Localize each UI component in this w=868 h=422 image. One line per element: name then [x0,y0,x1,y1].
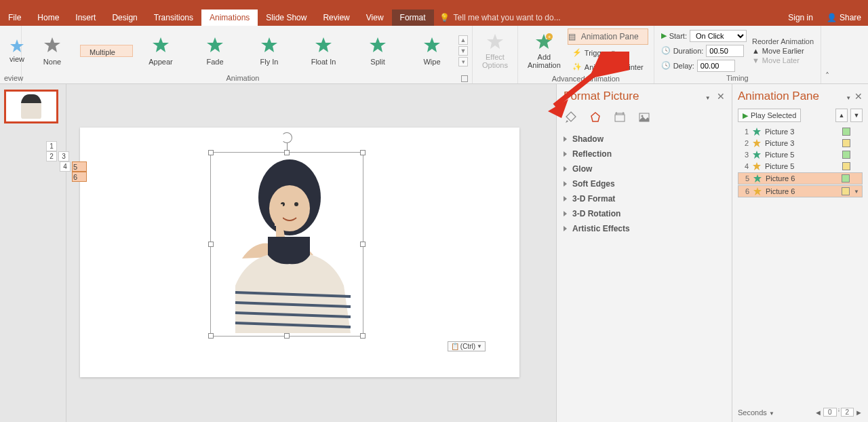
reorder-up-button[interactable]: ▲ [835,109,848,122]
anim-tag-6[interactable]: 6 [72,172,87,182]
anim-appear[interactable]: Appear [134,28,187,73]
effect-options-button: Effect Options [477,30,513,72]
collapse-ribbon[interactable]: ˄ [821,26,833,83]
animation-pane-footer: Seconds ▼ ◄ 0 ⁱ 2 ► [738,408,863,417]
section-reflection[interactable]: Reflection [564,147,725,161]
add-animation-button[interactable]: + Add Animation [522,30,566,72]
anim-tag-2[interactable]: 2 [46,151,57,161]
item-menu[interactable]: ▼ [854,189,859,195]
trigger-label: Trigger [585,49,608,57]
resize-handle-b[interactable] [284,333,290,339]
trigger-button[interactable]: ⚡Trigger▼ [568,46,648,59]
resize-handle-tl[interactable] [208,150,214,155]
section-drotation[interactable]: 3-D Rotation [564,206,725,221]
animation-group: NoneMultipleAppearFadeFly InFloat InSpli… [22,26,473,83]
anim-wipe[interactable]: Wipe [406,28,458,73]
section-dformat[interactable]: 3-D Format [564,191,725,206]
timeline-prev[interactable]: ◄ [814,408,822,417]
delay-label: Delay: [673,62,694,70]
tell-me[interactable]: 💡Tell me what you want to do... [434,9,782,26]
star-icon [753,174,762,183]
slide[interactable]: 1 23 45 6 [80,128,519,377]
anim-multiple[interactable]: Multiple [80,45,133,57]
gallery-up[interactable]: ▲ [458,35,468,45]
anim-item-6[interactable]: 6Picture 6▼ [738,185,863,197]
anim-tag-3[interactable]: 3 [58,151,69,161]
timeline-next[interactable]: ► [855,408,863,417]
anim-flyin[interactable]: Fly In [243,28,296,73]
tab-design[interactable]: Design [104,9,145,26]
gallery-down[interactable]: ▼ [458,46,468,56]
tab-transitions[interactable]: Transitions [146,9,201,26]
effects-tab-icon[interactable] [588,110,603,125]
resize-handle-tr[interactable] [360,150,366,155]
paste-options-button[interactable]: 📋(Ctrl)▼ [448,341,486,351]
share-button[interactable]: 👤Share [820,9,868,26]
size-tab-icon[interactable] [612,110,627,125]
sign-in[interactable]: Sign in [781,9,820,26]
animation-gallery[interactable]: NoneMultipleAppearFadeFly InFloat InSpli… [26,28,458,73]
gallery-more[interactable]: ▾ [458,57,468,66]
anim-item-5[interactable]: 5Picture 6 [738,172,863,185]
animation-pane-title-row: Animation Pane ▼ ✕ [738,90,863,103]
svg-marker-9 [487,34,503,49]
resize-handle-t[interactable] [284,150,290,155]
tab-format[interactable]: Format [392,9,434,26]
section-softedges[interactable]: Soft Edges [564,176,725,191]
anim-item-4[interactable]: 4Picture 5 [738,161,863,172]
seconds-dropdown[interactable]: ▼ [769,410,774,417]
timing-bar [842,187,850,195]
resize-handle-l[interactable] [208,242,214,247]
section-glow[interactable]: Glow [564,161,725,176]
animation-dialog-launcher[interactable] [461,75,468,82]
close-format-pane[interactable]: ✕ [717,91,725,102]
animation-pane-label: Animation Pane [581,32,639,41]
tab-insert[interactable]: Insert [67,9,104,26]
anim-split[interactable]: Split [351,28,404,73]
expand-icon [564,226,567,231]
timeline-total: 2 [841,408,854,417]
anim-item-2[interactable]: 2Picture 3 [738,138,863,149]
tab-slideshow[interactable]: Slide Show [258,9,315,26]
tab-view[interactable]: View [358,9,392,26]
svg-rect-17 [275,206,277,226]
resize-handle-bl[interactable] [208,333,214,339]
play-selected-button[interactable]: ▶Play Selected [738,109,801,122]
fill-tab-icon[interactable] [564,110,578,125]
duration-input[interactable] [706,45,744,57]
section-shadow[interactable]: Shadow [564,132,725,147]
anim-tag-1[interactable]: 1 [46,141,57,151]
rotate-handle[interactable] [281,132,292,143]
resize-handle-br[interactable] [360,333,366,339]
tab-review[interactable]: Review [315,9,357,26]
slide-thumbnails [0,84,66,422]
anim-item-1[interactable]: 1Picture 3 [738,126,863,137]
tab-home[interactable]: Home [29,9,67,26]
slide-canvas[interactable]: 1 23 45 6 [66,84,556,422]
tab-animations[interactable]: Animations [201,9,258,26]
animation-pane-button[interactable]: ▤Animation Pane [568,28,648,45]
tab-file[interactable]: File [0,9,29,26]
timing-group: ▶Start:On Click 🕓Duration: 🕓Delay: Reord… [654,26,821,83]
anim-tag-4[interactable]: 4 [60,161,71,172]
anim-floatin[interactable]: Float In [297,28,350,73]
close-animation-pane[interactable]: ✕ [854,91,863,102]
anim-tag-5[interactable]: 5 [72,161,87,172]
animation-painter-button[interactable]: ✨Animation Painter [568,60,648,73]
resize-handle-r[interactable] [360,242,366,247]
reorder-down-button[interactable]: ▼ [850,109,863,122]
anim-none[interactable]: None [26,28,79,73]
pane-menu-icon-2[interactable]: ▼ [846,95,851,101]
anim-fade[interactable]: Fade [189,28,241,73]
delay-input[interactable] [697,60,735,72]
ribbon-tabs: File Home Insert Design Transitions Anim… [0,9,868,26]
picture-tab-icon[interactable] [637,110,652,125]
start-select[interactable]: On Click [690,30,747,42]
move-earlier-button[interactable]: ▲Move Earlier [752,47,814,55]
svg-marker-21 [591,113,599,121]
section-artisticeffects[interactable]: Artistic Effects [564,221,725,236]
picture-selection[interactable] [210,152,363,337]
pane-menu-icon[interactable]: ▼ [705,95,711,101]
slide-thumb-1[interactable] [4,90,58,123]
anim-item-3[interactable]: 3Picture 5 [738,149,863,160]
